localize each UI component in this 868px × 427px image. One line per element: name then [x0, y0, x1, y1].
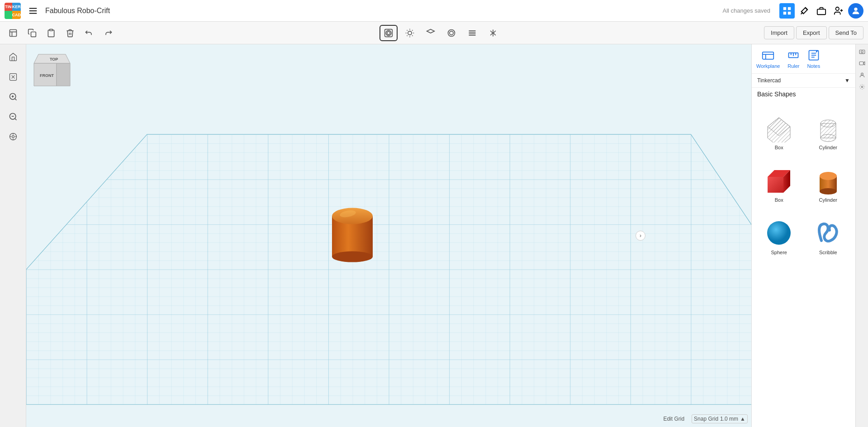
- import-button[interactable]: Import: [764, 26, 794, 39]
- svg-line-40: [14, 99, 16, 100]
- inspect-button[interactable]: [379, 25, 398, 41]
- tinkercad-logo[interactable]: TIN KER CAD: [5, 3, 21, 19]
- edge-video-btn[interactable]: [857, 58, 868, 69]
- edge-camera-btn[interactable]: [857, 46, 868, 57]
- left-sidebar: [0, 44, 26, 427]
- orient-button[interactable]: [5, 128, 21, 145]
- snap-grid-label: Snap Grid: [694, 416, 718, 422]
- orientation-cube[interactable]: TOP FRONT: [32, 50, 68, 86]
- zoom-in-button[interactable]: [5, 89, 21, 105]
- dropdown-arrow-icon[interactable]: ▼: [844, 77, 850, 84]
- avatar-button[interactable]: [848, 3, 863, 19]
- shape-label-sphere: Sphere: [771, 250, 787, 255]
- svg-marker-77: [768, 177, 783, 193]
- zoom-out-button[interactable]: [5, 109, 21, 125]
- shape-canvas-box-ghost: [761, 109, 797, 145]
- svg-rect-14: [10, 29, 17, 36]
- svg-rect-9: [817, 9, 825, 14]
- ruler-tool[interactable]: Ruler: [787, 49, 800, 69]
- edge-settings-btn[interactable]: [857, 81, 868, 92]
- viewport-bottom: Edit Grid Snap Grid 1.0 mm ▲: [663, 414, 748, 423]
- copy-button[interactable]: [24, 25, 41, 41]
- svg-point-76: [821, 134, 836, 142]
- new-button[interactable]: [5, 25, 22, 41]
- logo-cell-n: [5, 11, 12, 19]
- shape-canvas-sphere: [761, 214, 797, 250]
- logo-cell-t: TIN: [5, 3, 12, 11]
- right-panel-tools: Workplane Ruler Notes: [752, 44, 855, 74]
- home-view-button[interactable]: [5, 49, 21, 65]
- shape-label-scribble: Scribble: [819, 250, 837, 255]
- svg-point-32: [449, 31, 453, 34]
- save-status: All changes saved: [722, 7, 770, 14]
- tinkercad-label: Tinkercad: [757, 77, 781, 84]
- panel-collapse-button[interactable]: ›: [636, 231, 645, 241]
- redo-button[interactable]: [100, 25, 117, 41]
- shape-canvas-scribble: [810, 214, 846, 250]
- workplane-tool[interactable]: Workplane: [756, 49, 780, 69]
- shape-canvas-box-solid: [761, 161, 797, 197]
- svg-point-85: [861, 51, 863, 53]
- ruler-label: Ruler: [787, 63, 799, 69]
- svg-point-13: [854, 7, 857, 10]
- shapes-header: Tinkercad ▼: [752, 74, 855, 88]
- paste-button[interactable]: [43, 25, 60, 41]
- shapes-category[interactable]: Basic Shapes: [752, 88, 855, 100]
- shape-item-sphere[interactable]: Sphere: [755, 209, 803, 260]
- svg-point-81: [820, 188, 837, 195]
- svg-point-47: [12, 136, 14, 138]
- svg-point-89: [861, 86, 863, 88]
- svg-rect-17: [31, 32, 36, 37]
- orientation-top-label: TOP: [50, 57, 58, 62]
- svg-point-31: [448, 29, 455, 36]
- toolbar-center: [119, 25, 762, 41]
- snap-grid-selector[interactable]: Snap Grid 1.0 mm ▲: [692, 414, 748, 423]
- edge-person-btn[interactable]: [857, 70, 868, 81]
- group-button[interactable]: [443, 25, 460, 41]
- svg-rect-3: [783, 7, 786, 9]
- logo-cell-i: KER: [12, 3, 21, 11]
- notes-tool[interactable]: Notes: [807, 49, 820, 69]
- shape-label-cylinder-ghost: Cylinder: [819, 145, 837, 150]
- grid-view-button[interactable]: [779, 3, 795, 19]
- shape-item-scribble[interactable]: Scribble: [805, 209, 852, 260]
- shape-item-box-ghost[interactable]: Box: [755, 104, 803, 155]
- user-add-button[interactable]: [831, 3, 846, 19]
- send-to-button[interactable]: Send To: [829, 26, 863, 39]
- viewport[interactable]: TOP FRONT: [26, 44, 751, 427]
- briefcase-button[interactable]: [814, 3, 829, 19]
- hamburger-button[interactable]: [25, 3, 41, 19]
- shape-label-box-solid: Box: [775, 197, 783, 203]
- svg-point-57: [332, 208, 373, 224]
- pickaxe-button[interactable]: [797, 3, 812, 19]
- undo-button[interactable]: [81, 25, 98, 41]
- svg-point-82: [820, 172, 837, 180]
- mirror-button[interactable]: [484, 25, 502, 41]
- project-name[interactable]: Fabulous Robo-Crift: [45, 7, 718, 15]
- svg-point-22: [408, 31, 411, 34]
- svg-point-10: [836, 7, 839, 10]
- svg-line-29: [407, 35, 407, 36]
- svg-line-26: [412, 35, 413, 36]
- toolbar-right: Import Export Send To: [764, 26, 863, 39]
- svg-marker-54: [57, 63, 70, 86]
- fit-view-button[interactable]: [5, 69, 21, 85]
- shape-item-cylinder-solid[interactable]: Cylinder: [805, 157, 852, 207]
- hole-button[interactable]: [422, 25, 439, 41]
- main-area: TOP FRONT: [0, 44, 868, 427]
- right-panel: Workplane Ruler Notes: [751, 44, 855, 427]
- svg-rect-59: [763, 52, 774, 59]
- shape-item-box-solid[interactable]: Box: [755, 157, 803, 207]
- export-button[interactable]: Export: [796, 26, 827, 39]
- light-button[interactable]: [401, 25, 418, 41]
- shape-canvas-cylinder-ghost: [810, 109, 846, 145]
- svg-marker-50: [26, 134, 751, 404]
- orientation-front-label: FRONT: [40, 73, 54, 78]
- toolbar: Import Export Send To: [0, 22, 868, 44]
- shape-item-cylinder-ghost[interactable]: Cylinder: [805, 104, 852, 155]
- delete-button[interactable]: [62, 25, 79, 41]
- align-button[interactable]: [464, 25, 481, 41]
- svg-rect-5: [783, 11, 786, 14]
- cylinder-object[interactable]: [323, 191, 382, 266]
- edit-grid-button[interactable]: Edit Grid: [663, 416, 684, 422]
